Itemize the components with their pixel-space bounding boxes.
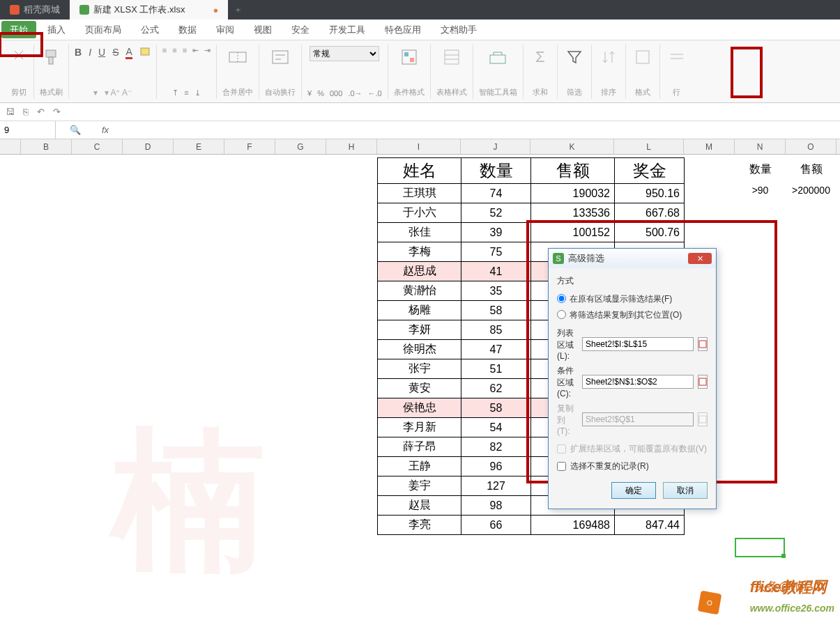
align-center-icon[interactable]: ≡	[172, 46, 176, 54]
menu-view[interactable]: 视图	[244, 20, 282, 40]
cell-sales[interactable]: 190032	[531, 184, 615, 203]
merge-icon[interactable]	[227, 46, 249, 68]
filter-icon[interactable]	[563, 46, 586, 68]
cell-name[interactable]: 李妍	[378, 320, 461, 340]
col-M[interactable]: M	[684, 139, 735, 154]
indent-dec-icon[interactable]: ⇤	[192, 46, 199, 55]
cell-name[interactable]: 徐明杰	[378, 340, 461, 359]
menu-data[interactable]: 数据	[169, 20, 206, 40]
radio-inplace-input[interactable]	[557, 294, 566, 303]
italic-button[interactable]: I	[89, 47, 91, 58]
cell-bonus[interactable]: 950.16	[615, 184, 685, 203]
cell-sales[interactable]: 169488	[531, 516, 615, 535]
cell-qty[interactable]: 66	[461, 516, 531, 535]
cell-qty[interactable]: 35	[461, 281, 531, 301]
cell-qty[interactable]: 58	[461, 301, 531, 320]
name-box[interactable]: 9	[0, 121, 56, 139]
col-K[interactable]: K	[530, 139, 614, 154]
cell-name[interactable]: 薛子昂	[378, 437, 461, 457]
col-C[interactable]: C	[72, 139, 123, 154]
new-tab-button[interactable]: ＋	[228, 0, 247, 20]
critrange-input[interactable]	[582, 375, 694, 389]
menu-security[interactable]: 安全	[282, 20, 319, 40]
cell-qty[interactable]: 54	[461, 418, 531, 437]
underline-button[interactable]: U	[98, 47, 105, 58]
cell-qty[interactable]: 58	[461, 398, 531, 418]
valign-bot-icon[interactable]: ⤓	[194, 88, 201, 98]
font-color-button[interactable]: A	[125, 46, 132, 59]
cell-sales[interactable]: 100152	[531, 223, 615, 242]
col-I[interactable]: I	[377, 139, 461, 154]
radio-inplace[interactable]: 在原有区域显示筛选结果(F)	[557, 291, 708, 307]
cut-icon[interactable]	[10, 46, 28, 64]
cell-sales[interactable]: 133536	[531, 203, 615, 223]
dialog-titlebar[interactable]: S 高级筛选 ✕	[549, 249, 716, 268]
cell-bonus[interactable]: 847.44	[615, 516, 685, 535]
cell-bonus[interactable]: 500.76	[615, 223, 685, 242]
radio-copy-input[interactable]	[557, 310, 566, 319]
table-row[interactable]: 张佳39100152500.76	[378, 223, 685, 242]
cell-qty[interactable]: 62	[461, 379, 531, 398]
rowcol-icon[interactable]	[666, 46, 688, 68]
cell-qty[interactable]: 52	[461, 203, 531, 223]
format-icon[interactable]	[632, 46, 654, 68]
cell-name[interactable]: 姜宇	[378, 476, 461, 496]
radio-copy[interactable]: 将筛选结果复制到其它位置(O)	[557, 307, 708, 323]
cell-qty[interactable]: 98	[461, 496, 531, 516]
cell-name[interactable]: 赵晨	[378, 496, 461, 516]
cell-qty[interactable]: 47	[461, 340, 531, 359]
cell-name[interactable]: 黄瀞怡	[378, 281, 461, 301]
col-E[interactable]: E	[174, 139, 224, 154]
menu-special[interactable]: 特色应用	[375, 20, 431, 40]
undo-icon[interactable]: ↶	[37, 107, 45, 117]
cell-qty[interactable]: 41	[461, 262, 531, 281]
col-H[interactable]: H	[326, 139, 377, 154]
close-icon[interactable]: ✕	[688, 253, 712, 264]
align-right-icon[interactable]: ≡	[183, 46, 187, 54]
col-J[interactable]: J	[461, 139, 530, 154]
wrap-icon[interactable]	[269, 46, 291, 68]
cell-name[interactable]: 杨雕	[378, 301, 461, 320]
cell-name[interactable]: 王静	[378, 457, 461, 476]
search-icon[interactable]: 🔍	[56, 125, 95, 135]
cell-name[interactable]: 李亮	[378, 516, 461, 535]
cell-name[interactable]: 侯艳忠	[378, 398, 461, 418]
toolbox-icon[interactable]	[487, 46, 509, 68]
currency-icon[interactable]: ¥	[307, 89, 312, 98]
align-left-icon[interactable]: ≡	[162, 46, 167, 54]
critrange-picker-icon[interactable]	[698, 375, 708, 389]
menu-formula[interactable]: 公式	[131, 20, 169, 40]
sum-icon[interactable]: Σ	[529, 46, 551, 68]
font-size-combo[interactable]: ▾ A⁺ A⁻	[105, 88, 132, 98]
dec-inc-icon[interactable]: .0→	[348, 89, 362, 98]
format-painter-icon[interactable]	[40, 46, 63, 68]
col-O[interactable]: O	[786, 139, 837, 154]
dec-dec-icon[interactable]: ←.0	[368, 89, 382, 98]
listrange-input[interactable]	[582, 337, 694, 351]
cell-qty[interactable]: 96	[461, 457, 531, 476]
valign-top-icon[interactable]: ⤒	[172, 88, 178, 98]
menu-start[interactable]: 开始	[1, 21, 36, 38]
unique-checkbox[interactable]	[557, 462, 566, 471]
indent-inc-icon[interactable]: ⇥	[204, 46, 211, 55]
cell-name[interactable]: 于小六	[378, 203, 461, 223]
cell-qty[interactable]: 74	[461, 184, 531, 203]
cell-name[interactable]: 李梅	[378, 242, 461, 262]
menu-devtools[interactable]: 开发工具	[319, 20, 375, 40]
table-row[interactable]: 王琪琪74190032950.16	[378, 184, 685, 203]
menu-layout[interactable]: 页面布局	[75, 20, 131, 40]
cell-name[interactable]: 张佳	[378, 223, 461, 242]
table-row[interactable]: 李亮66169488847.44	[378, 516, 685, 535]
save-icon[interactable]: 🖫	[6, 107, 15, 117]
col-N[interactable]: N	[735, 139, 786, 154]
cond-format-icon[interactable]	[398, 46, 420, 68]
cell-qty[interactable]: 39	[461, 223, 531, 242]
cell-name[interactable]: 张宇	[378, 359, 461, 379]
cell-name[interactable]: 赵思成	[378, 262, 461, 281]
number-format-combo[interactable]: 常规	[310, 46, 379, 61]
table-row[interactable]: 于小六52133536667.68	[378, 203, 685, 223]
menu-review[interactable]: 审阅	[206, 20, 244, 40]
unique-checkbox-row[interactable]: 选择不重复的记录(R)	[557, 458, 708, 475]
sort-icon[interactable]	[597, 46, 620, 68]
cancel-button[interactable]: 取消	[663, 482, 708, 499]
